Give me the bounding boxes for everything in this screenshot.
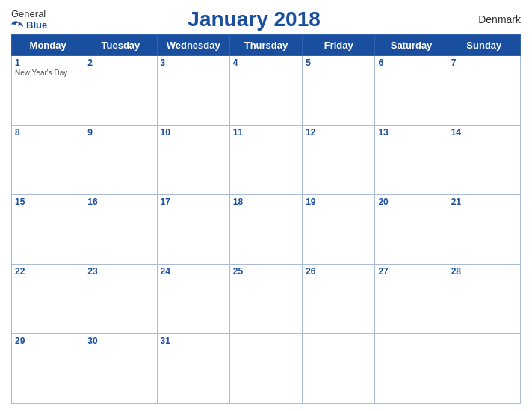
- calendar-day-cell: 1New Year's Day: [12, 56, 84, 126]
- day-number: 6: [378, 58, 444, 68]
- calendar-day-cell: 4: [229, 56, 302, 126]
- day-number: 4: [233, 58, 299, 68]
- day-number: 30: [87, 336, 153, 346]
- day-number: 11: [233, 127, 299, 137]
- day-number: 19: [306, 197, 371, 207]
- calendar-day-cell: 6: [375, 56, 448, 126]
- day-number: 7: [451, 58, 517, 68]
- country-label: Denmark: [461, 13, 521, 25]
- calendar-week-row: 22232425262728: [12, 265, 521, 334]
- calendar-week-row: 293031: [12, 334, 521, 404]
- header-thursday: Thursday: [229, 35, 302, 56]
- calendar-day-cell: [448, 334, 520, 404]
- day-number: 2: [87, 58, 153, 68]
- day-number: 15: [15, 197, 81, 207]
- day-number: 21: [451, 197, 517, 207]
- day-number: 8: [15, 127, 81, 137]
- top-bar: General Blue January 2018 Denmark: [11, 7, 521, 31]
- day-number: 10: [161, 127, 226, 137]
- calendar-day-cell: [229, 334, 302, 404]
- logo-general-text: General: [11, 8, 46, 19]
- calendar-day-cell: 27: [375, 265, 448, 334]
- calendar-day-cell: 8: [12, 126, 84, 195]
- logo-blue-container: Blue: [11, 19, 47, 31]
- calendar-day-cell: 28: [448, 265, 520, 334]
- logo-blue-text: Blue: [26, 19, 47, 31]
- calendar-day-cell: 11: [229, 126, 302, 195]
- calendar-day-cell: 7: [448, 56, 520, 126]
- day-number: 28: [451, 266, 517, 276]
- holiday-label: New Year's Day: [15, 69, 81, 77]
- day-number: 1: [15, 58, 81, 68]
- day-number: 13: [378, 127, 444, 137]
- calendar-day-cell: [375, 334, 448, 404]
- logo-bird-icon: [11, 20, 25, 31]
- calendar-day-cell: 23: [84, 265, 157, 334]
- calendar-day-cell: 31: [157, 334, 229, 404]
- day-number: 23: [87, 266, 153, 276]
- day-number: 18: [233, 197, 299, 207]
- day-number: 25: [233, 266, 299, 276]
- calendar-day-cell: 5: [303, 56, 375, 126]
- day-number: 20: [378, 197, 444, 207]
- calendar-day-cell: 12: [303, 126, 375, 195]
- calendar-day-cell: 20: [375, 195, 448, 265]
- calendar-table: Monday Tuesday Wednesday Thursday Friday…: [11, 34, 521, 404]
- calendar-title: January 2018: [47, 7, 461, 31]
- calendar-day-cell: 29: [12, 334, 84, 404]
- day-number: 26: [306, 266, 371, 276]
- calendar-day-cell: 19: [303, 195, 375, 265]
- calendar-week-row: 891011121314: [12, 126, 521, 195]
- header-saturday: Saturday: [375, 35, 448, 56]
- day-number: 16: [87, 197, 153, 207]
- day-number: 29: [15, 336, 81, 346]
- calendar-day-cell: 30: [84, 334, 157, 404]
- calendar-day-cell: 13: [375, 126, 448, 195]
- header-tuesday: Tuesday: [84, 35, 157, 56]
- calendar-day-cell: 26: [303, 265, 375, 334]
- day-number: 12: [306, 127, 371, 137]
- calendar-day-cell: 22: [12, 265, 84, 334]
- day-number: 3: [161, 58, 226, 68]
- logo: General Blue: [11, 8, 47, 31]
- calendar-day-cell: 14: [448, 126, 520, 195]
- calendar-week-row: 15161718192021: [12, 195, 521, 265]
- calendar-day-cell: [303, 334, 375, 404]
- calendar-day-cell: 18: [229, 195, 302, 265]
- day-number: 9: [87, 127, 153, 137]
- header-wednesday: Wednesday: [157, 35, 229, 56]
- calendar-week-row: 1New Year's Day234567: [12, 56, 521, 126]
- day-number: 17: [161, 197, 226, 207]
- calendar-day-cell: 10: [157, 126, 229, 195]
- calendar-day-cell: 16: [84, 195, 157, 265]
- day-number: 27: [378, 266, 444, 276]
- day-number: 24: [161, 266, 226, 276]
- calendar-day-cell: 15: [12, 195, 84, 265]
- day-number: 14: [451, 127, 517, 137]
- calendar-day-cell: 21: [448, 195, 520, 265]
- calendar-day-cell: 24: [157, 265, 229, 334]
- calendar-day-cell: 2: [84, 56, 157, 126]
- day-number: 31: [161, 336, 226, 346]
- calendar-day-cell: 25: [229, 265, 302, 334]
- header-monday: Monday: [12, 35, 84, 56]
- header-friday: Friday: [303, 35, 375, 56]
- calendar-day-cell: 9: [84, 126, 157, 195]
- weekday-header-row: Monday Tuesday Wednesday Thursday Friday…: [12, 35, 521, 56]
- calendar-day-cell: 17: [157, 195, 229, 265]
- day-number: 22: [15, 266, 81, 276]
- day-number: 5: [306, 58, 371, 68]
- header-sunday: Sunday: [448, 35, 520, 56]
- calendar-day-cell: 3: [157, 56, 229, 126]
